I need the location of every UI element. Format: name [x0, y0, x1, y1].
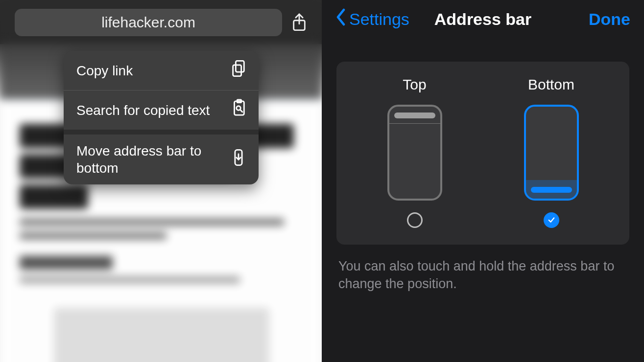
- radio-unselected-icon: [407, 212, 423, 228]
- menu-item-label: Search for copied text: [76, 102, 230, 119]
- menu-item-label: Move address bar to bottom: [76, 142, 230, 177]
- phone-arrow-down-icon: [230, 148, 247, 171]
- svg-rect-1: [236, 61, 244, 72]
- menu-item-copy-link[interactable]: Copy link: [64, 51, 259, 90]
- svg-rect-2: [233, 65, 241, 76]
- phone-preview-bottom: [524, 105, 579, 201]
- helper-text: You can also touch and hold the address …: [338, 257, 627, 293]
- context-menu: Copy link Search for copied text: [64, 51, 259, 184]
- back-button[interactable]: Settings: [335, 8, 409, 30]
- option-bottom-label: Bottom: [528, 76, 574, 93]
- menu-item-search-copied[interactable]: Search for copied text: [64, 90, 259, 130]
- menu-group-separator: [64, 130, 259, 135]
- menu-item-label: Copy link: [76, 62, 230, 79]
- back-button-label: Settings: [349, 10, 409, 29]
- address-bar[interactable]: lifehacker.com: [15, 9, 282, 36]
- copy-docs-icon: [230, 59, 247, 82]
- address-bar-url: lifehacker.com: [101, 14, 195, 31]
- browser-screenshot: lifehacker.com Copy link: [0, 0, 322, 362]
- menu-item-move-address-bar[interactable]: Move address bar to bottom: [64, 135, 259, 184]
- option-top[interactable]: Top: [346, 76, 483, 228]
- done-button[interactable]: Done: [589, 10, 630, 29]
- option-bottom[interactable]: Bottom: [483, 76, 620, 228]
- phone-preview-top: [387, 105, 442, 201]
- address-bar-position-card: Top Bottom: [336, 62, 629, 245]
- chevron-left-icon: [335, 8, 349, 30]
- navigation-bar: Settings Address bar Done: [322, 0, 644, 38]
- clipboard-search-icon: [230, 98, 247, 122]
- radio-selected-icon: [544, 212, 559, 228]
- settings-address-bar-screen: Settings Address bar Done Top Bottom: [322, 0, 644, 362]
- share-icon[interactable]: [291, 13, 308, 32]
- option-top-label: Top: [403, 76, 426, 93]
